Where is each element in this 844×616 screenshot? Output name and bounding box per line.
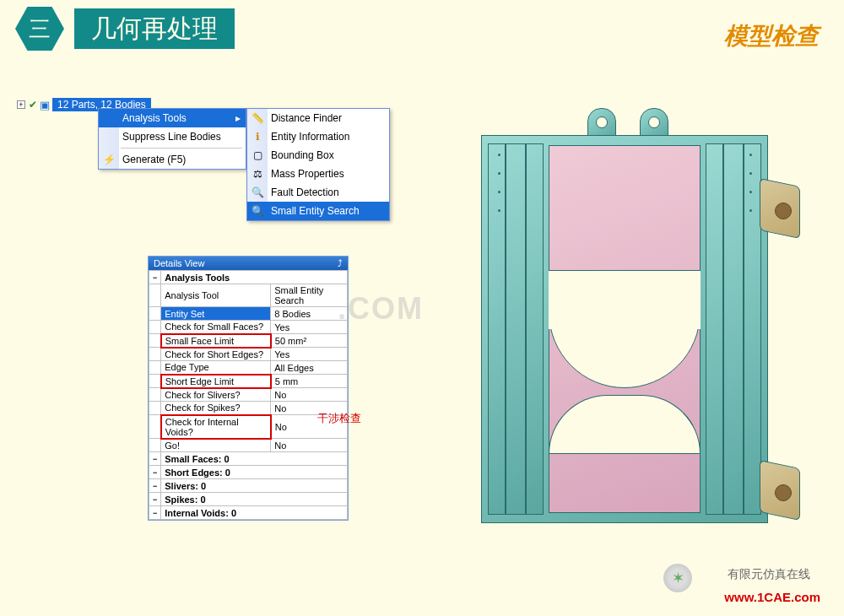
row-analysis-tool[interactable]: Analysis Tool Small Entity Search bbox=[149, 284, 348, 307]
box-icon: ▢ bbox=[251, 149, 264, 161]
menu-item-analysis-tools[interactable]: Analysis Tools ▸ bbox=[99, 109, 246, 127]
slide-subtitle: 模型检查 bbox=[724, 20, 819, 52]
details-view-header[interactable]: Details View ⤴ bbox=[149, 257, 348, 270]
lightning-icon: ⚡ bbox=[102, 154, 116, 165]
menu-item-mass-properties[interactable]: ⚖ Mass Properties bbox=[247, 165, 389, 183]
watermark: .COM bbox=[338, 291, 424, 327]
section-badge: 三 bbox=[15, 7, 64, 51]
menu-item-suppress-line-bodies[interactable]: Suppress Line Bodies bbox=[99, 127, 246, 146]
summary-slivers[interactable]: − Slivers: 0 bbox=[149, 479, 348, 493]
menu-item-bounding-box[interactable]: ▢ Bounding Box bbox=[247, 146, 389, 165]
row-edge-type[interactable]: Edge Type All Edges bbox=[149, 361, 348, 375]
row-entity-set[interactable]: Entity Set 8 Bodies bbox=[149, 307, 348, 321]
balance-icon: ⚖ bbox=[251, 168, 264, 180]
menu-item-generate[interactable]: ⚡ Generate (F5) bbox=[99, 150, 246, 169]
ruler-icon: 📏 bbox=[251, 112, 264, 124]
magnifier-icon: 🔍 bbox=[251, 186, 264, 198]
details-table: − Analysis Tools Analysis Tool Small Ent… bbox=[149, 270, 348, 520]
pin-icon[interactable]: ⤴ bbox=[338, 258, 343, 268]
info-icon: ℹ bbox=[251, 131, 264, 143]
slide-header: 三 几何再处理 模型检查 bbox=[0, 7, 844, 51]
slide-title: 几何再处理 bbox=[74, 8, 235, 49]
check-icon: ✔ bbox=[29, 99, 37, 111]
row-go[interactable]: Go! No bbox=[149, 439, 348, 452]
menu-item-small-entity-search[interactable]: 🔍 Small Entity Search bbox=[247, 202, 389, 220]
section-analysis-tools[interactable]: − Analysis Tools bbox=[149, 271, 348, 284]
expand-icon[interactable]: + bbox=[17, 100, 25, 109]
analysis-tools-submenu: 📏 Distance Finder ℹ Entity Information ▢… bbox=[246, 108, 390, 221]
submenu-arrow-icon: ▸ bbox=[235, 112, 241, 124]
row-small-face-limit[interactable]: Small Face Limit 50 mm² bbox=[149, 334, 348, 348]
details-view-panel: Details View ⤴ − Analysis Tools Analysis… bbox=[148, 256, 349, 521]
summary-spikes[interactable]: − Spikes: 0 bbox=[149, 493, 348, 506]
footer-url: www.1CAE.com bbox=[724, 590, 820, 604]
menu-separator bbox=[121, 148, 242, 149]
row-check-short-edges[interactable]: Check for Short Edges? Yes bbox=[149, 348, 348, 361]
menu-item-distance-finder[interactable]: 📏 Distance Finder bbox=[247, 109, 389, 127]
summary-internal-voids[interactable]: − Internal Voids: 0 bbox=[149, 506, 348, 520]
collapse-icon[interactable]: − bbox=[149, 271, 161, 284]
search-icon: 🔍 bbox=[251, 205, 264, 217]
footer-brand: 有限元仿真在线 bbox=[728, 567, 810, 582]
context-menu: Analysis Tools ▸ Suppress Line Bodies ⚡ … bbox=[98, 108, 246, 170]
row-check-slivers[interactable]: Check for Slivers? No bbox=[149, 388, 348, 402]
row-check-small-faces[interactable]: Check for Small Faces? Yes bbox=[149, 321, 348, 334]
summary-small-faces[interactable]: − Small Faces: 0 bbox=[149, 452, 348, 466]
summary-short-edges[interactable]: − Short Edges: 0 bbox=[149, 466, 348, 479]
menu-item-fault-detection[interactable]: 🔍 Fault Detection bbox=[247, 183, 389, 202]
wechat-icon: ✶ bbox=[663, 564, 692, 592]
model-viewport[interactable] bbox=[447, 101, 802, 540]
annotation-interference-check: 干涉检查 bbox=[317, 411, 361, 426]
cube-icon: ▣ bbox=[40, 99, 50, 111]
row-short-edge-limit[interactable]: Short Edge Limit 5 mm bbox=[149, 375, 348, 388]
menu-item-entity-information[interactable]: ℹ Entity Information bbox=[247, 127, 389, 146]
